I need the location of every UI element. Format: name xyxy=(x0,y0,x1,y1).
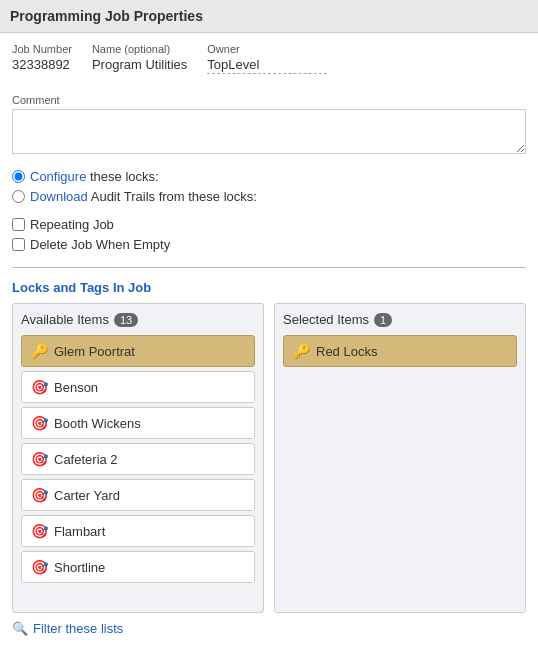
list-item[interactable]: 🔑 Glem Poortrat xyxy=(21,335,255,367)
repeating-job-label[interactable]: Repeating Job xyxy=(30,217,114,232)
page-title: Programming Job Properties xyxy=(0,0,538,33)
available-items-label: Available Items xyxy=(21,312,109,327)
item-name: Shortline xyxy=(54,560,105,575)
locks-section-title: Locks and Tags In Job xyxy=(0,274,538,303)
selected-items-panel: Selected Items 1 🔑 Red Locks xyxy=(274,303,526,613)
owner-value: TopLevel xyxy=(207,57,327,74)
list-item[interactable]: 🎯 Booth Wickens xyxy=(21,407,255,439)
available-items-list: 🔑 Glem Poortrat 🎯 Benson 🎯 Booth Wickens… xyxy=(21,335,255,583)
job-number-label: Job Number xyxy=(12,43,72,55)
owner-label: Owner xyxy=(207,43,327,55)
list-item[interactable]: 🎯 Benson xyxy=(21,371,255,403)
name-value: Program Utilities xyxy=(92,57,187,72)
list-item[interactable]: 🎯 Shortline xyxy=(21,551,255,583)
configure-link[interactable]: Configure xyxy=(30,169,86,184)
available-items-count: 13 xyxy=(114,313,138,327)
download-suffix: Audit Trails from these locks: xyxy=(91,189,257,204)
repeating-job-checkbox[interactable] xyxy=(12,218,25,231)
list-item[interactable]: 🎯 Cafeteria 2 xyxy=(21,443,255,475)
item-name: Red Locks xyxy=(316,344,377,359)
selected-items-list: 🔑 Red Locks xyxy=(283,335,517,367)
item-name: Booth Wickens xyxy=(54,416,141,431)
delete-job-checkbox[interactable] xyxy=(12,238,25,251)
item-name: Carter Yard xyxy=(54,488,120,503)
search-icon: 🔍 xyxy=(12,621,28,636)
download-label[interactable]: Download Audit Trails from these locks: xyxy=(30,189,257,204)
configure-label[interactable]: Configure these locks: xyxy=(30,169,159,184)
configure-radio[interactable] xyxy=(12,170,25,183)
download-link[interactable]: Download xyxy=(30,189,88,204)
target-icon: 🎯 xyxy=(30,486,48,504)
item-name: Flambart xyxy=(54,524,105,539)
filter-lists-link[interactable]: Filter these lists xyxy=(33,621,123,636)
lock-icon: 🔑 xyxy=(30,342,48,360)
target-icon: 🎯 xyxy=(30,414,48,432)
delete-job-label[interactable]: Delete Job When Empty xyxy=(30,237,170,252)
item-name: Glem Poortrat xyxy=(54,344,135,359)
list-item[interactable]: 🎯 Flambart xyxy=(21,515,255,547)
job-number-value: 32338892 xyxy=(12,57,72,72)
available-items-panel: Available Items 13 🔑 Glem Poortrat 🎯 Ben… xyxy=(12,303,264,613)
comment-input[interactable] xyxy=(12,109,526,154)
target-icon: 🎯 xyxy=(30,378,48,396)
comment-label: Comment xyxy=(12,94,526,106)
name-label: Name (optional) xyxy=(92,43,187,55)
item-name: Cafeteria 2 xyxy=(54,452,118,467)
download-radio[interactable] xyxy=(12,190,25,203)
target-icon: 🎯 xyxy=(30,522,48,540)
list-item[interactable]: 🔑 Red Locks xyxy=(283,335,517,367)
divider xyxy=(12,267,526,268)
list-item[interactable]: 🎯 Carter Yard xyxy=(21,479,255,511)
lock-icon: 🔑 xyxy=(292,342,310,360)
configure-suffix: these locks: xyxy=(90,169,159,184)
selected-items-label: Selected Items xyxy=(283,312,369,327)
item-name: Benson xyxy=(54,380,98,395)
target-icon: 🎯 xyxy=(30,450,48,468)
target-icon: 🎯 xyxy=(30,558,48,576)
selected-items-count: 1 xyxy=(374,313,392,327)
